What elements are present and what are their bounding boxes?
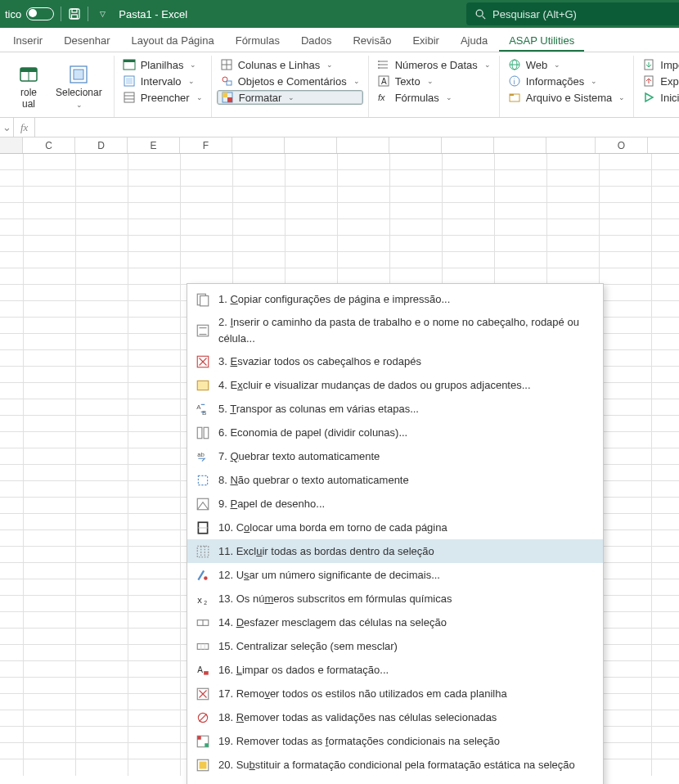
fx-label: fx xyxy=(14,118,35,137)
menu-item-label: 11. Excluir todas as bordas dentro da se… xyxy=(218,543,434,560)
svg-rect-1 xyxy=(72,9,77,12)
tab-dados[interactable]: Dados xyxy=(291,30,342,52)
col-O[interactable]: O xyxy=(596,137,648,153)
menu-item-18[interactable]: 18. Remover todas as validações nas célu… xyxy=(187,705,603,729)
toggle-switch[interactable] xyxy=(26,7,54,20)
menu-item-label: 12. Usar um número significante de decim… xyxy=(218,567,440,583)
tab-exibir[interactable]: Exibir xyxy=(402,30,449,52)
worksheet-grid[interactable]: 1. Copiar configurações de página e impr… xyxy=(0,154,679,776)
col-blank6[interactable] xyxy=(494,137,546,153)
col-blank1[interactable] xyxy=(232,137,285,153)
tab-asap-utilities[interactable]: ASAP Utilities xyxy=(499,30,584,52)
col-E[interactable]: E xyxy=(128,137,180,153)
col-blank2[interactable] xyxy=(285,137,337,153)
col-blank5[interactable] xyxy=(442,137,494,153)
menu-item-icon: AB xyxy=(196,402,210,417)
svg-rect-72 xyxy=(197,643,209,649)
menu-item-11[interactable]: 11. Excluir todas as bordas dentro da se… xyxy=(187,539,603,563)
menu-item-5[interactable]: AB5. Transpor as colunas em várias etapa… xyxy=(187,397,603,421)
tab-layout[interactable]: Layout da Página xyxy=(122,30,224,52)
svg-point-67 xyxy=(204,576,208,580)
btn-colunas-linhas[interactable]: Colunas e Linhas⌄ xyxy=(217,57,363,72)
menu-item-13[interactable]: x213. Os números subscritos em fórmulas … xyxy=(187,587,603,611)
tab-inserir[interactable]: Inserir xyxy=(3,30,52,52)
svg-text:A: A xyxy=(197,665,203,674)
ribbon-big-controle[interactable]: roleual xyxy=(8,57,49,115)
col-C[interactable]: C xyxy=(23,137,75,153)
menu-item-label: 13. Os números subscritos em fórmulas qu… xyxy=(218,591,452,607)
fxbar-dropdown[interactable]: ⌄ xyxy=(0,118,14,137)
autosave-toggle[interactable]: tico xyxy=(5,7,54,20)
btn-informacoes[interactable]: iInformações⌄ xyxy=(505,74,629,88)
menu-item-17[interactable]: 17. Remover todos os estilos não utiliza… xyxy=(187,682,603,705)
tab-revisao[interactable]: Revisão xyxy=(343,30,401,52)
svg-rect-23 xyxy=(223,92,227,97)
menu-item-10[interactable]: 10. Colocar uma borda em torno de cada p… xyxy=(187,516,603,539)
tab-desenhar[interactable]: Desenhar xyxy=(54,30,119,52)
menu-item-9[interactable]: 9. Papel de desenho... xyxy=(187,492,603,516)
menu-item-4[interactable]: 4. Excluir e visualizar mudanças de dado… xyxy=(187,373,603,397)
tab-ajuda[interactable]: Ajuda xyxy=(451,30,497,52)
svg-text:A: A xyxy=(381,77,387,86)
menu-item-icon xyxy=(196,615,210,630)
search-icon xyxy=(474,8,486,20)
menu-item-20[interactable]: 20. Substituir a formatação condicional … xyxy=(187,753,603,777)
menu-item-icon xyxy=(196,544,210,559)
svg-rect-76 xyxy=(204,671,209,675)
svg-rect-64 xyxy=(197,546,209,557)
menu-item-1[interactable]: 1. Copiar configurações de página e impr… xyxy=(187,287,603,311)
menu-item-3[interactable]: 3. Esvaziar todos os cabeçalhos e rodapé… xyxy=(187,349,603,373)
menu-item-icon xyxy=(196,378,210,393)
svg-rect-58 xyxy=(204,427,209,439)
btn-planilhas[interactable]: Planilhas⌄ xyxy=(119,57,206,72)
btn-importar[interactable]: Importar⌄ xyxy=(639,57,679,72)
menu-item-12[interactable]: 12. Usar um número significante de decim… xyxy=(187,563,603,587)
formula-bar: ⌄ fx xyxy=(0,118,679,137)
menu-item-label: 6. Economia de papel (dividir colunas)..… xyxy=(218,425,407,441)
menu-item-21[interactable]: 21. Contar e/ou colorir as duplicatas na… xyxy=(187,777,603,784)
menu-item-label: 5. Transpor as colunas em várias etapas.… xyxy=(218,401,419,417)
svg-rect-9 xyxy=(74,70,83,79)
col-blank7[interactable] xyxy=(546,137,596,153)
menu-item-icon xyxy=(196,734,210,749)
ribbon-group-2: Colunas e Linhas⌄ Objetos e Comentários⌄… xyxy=(212,56,369,117)
btn-numeros-datas[interactable]: Números e Datas⌄ xyxy=(374,57,494,72)
col-blank4[interactable] xyxy=(389,137,442,153)
menu-item-6[interactable]: 6. Economia de papel (dividir colunas)..… xyxy=(187,421,603,444)
btn-intervalo[interactable]: Intervalo⌄ xyxy=(119,74,206,88)
menu-item-15[interactable]: 15. Centralizar seleção (sem mesclar) xyxy=(187,634,603,658)
btn-arquivo-sistema[interactable]: Arquivo e Sistema⌄ xyxy=(505,90,629,105)
btn-texto[interactable]: ATexto⌄ xyxy=(374,74,494,88)
menu-item-label: 19. Remover todas as formatações condici… xyxy=(218,733,500,750)
btn-preencher[interactable]: Preencher⌄ xyxy=(119,90,206,105)
menu-item-8[interactable]: 8. Não quebrar o texto automaticamente xyxy=(187,468,603,492)
menu-item-14[interactable]: 14. Desfazer mesclagem das células na se… xyxy=(187,611,603,634)
menu-item-label: 20. Substituir a formatação condicional … xyxy=(218,757,575,773)
formatar-dropdown-menu: 1. Copiar configurações de página e impr… xyxy=(187,283,604,784)
col-blank3[interactable] xyxy=(337,137,389,153)
menu-item-icon: ab xyxy=(196,449,210,464)
menu-item-2[interactable]: 2. Inserir o caminho da pasta de trabalh… xyxy=(187,311,603,349)
tab-formulas[interactable]: Fórmulas xyxy=(226,30,290,52)
menu-item-icon xyxy=(196,639,210,654)
col-F[interactable]: F xyxy=(180,137,232,153)
qat-customize-chevron[interactable]: ▽ xyxy=(100,10,106,18)
select-all-corner[interactable] xyxy=(0,137,23,153)
menu-item-label: 21. Contar e/ou colorir as duplicatas na… xyxy=(218,781,452,784)
btn-objetos-comentarios[interactable]: Objetos e Comentários⌄ xyxy=(217,74,363,88)
ribbon-tabs: Inserir Desenhar Layout da Página Fórmul… xyxy=(0,28,679,52)
save-icon[interactable] xyxy=(68,7,81,20)
search-box[interactable]: Pesquisar (Alt+G) xyxy=(466,2,679,25)
btn-web[interactable]: Web⌄ xyxy=(505,57,629,72)
ribbon-group-3: Números e Datas⌄ ATexto⌄ fxFórmulas⌄ xyxy=(369,56,500,117)
btn-iniciar[interactable]: Iniciar⌄ xyxy=(639,90,679,105)
menu-item-7[interactable]: ab7. Quebrar texto automaticamente xyxy=(187,444,603,468)
btn-exportar[interactable]: Exportar⌄ xyxy=(639,74,679,88)
menu-item-icon: x2 xyxy=(196,592,210,606)
btn-formatar[interactable]: Formatar⌄ xyxy=(217,90,363,105)
col-D[interactable]: D xyxy=(75,137,128,153)
ribbon-big-selecionar[interactable]: Selecionar⌄ xyxy=(49,57,109,115)
btn-formulas[interactable]: fxFórmulas⌄ xyxy=(374,90,494,105)
menu-item-16[interactable]: A16. Limpar os dados e formatação... xyxy=(187,658,603,682)
menu-item-19[interactable]: 19. Remover todas as formatações condici… xyxy=(187,729,603,753)
